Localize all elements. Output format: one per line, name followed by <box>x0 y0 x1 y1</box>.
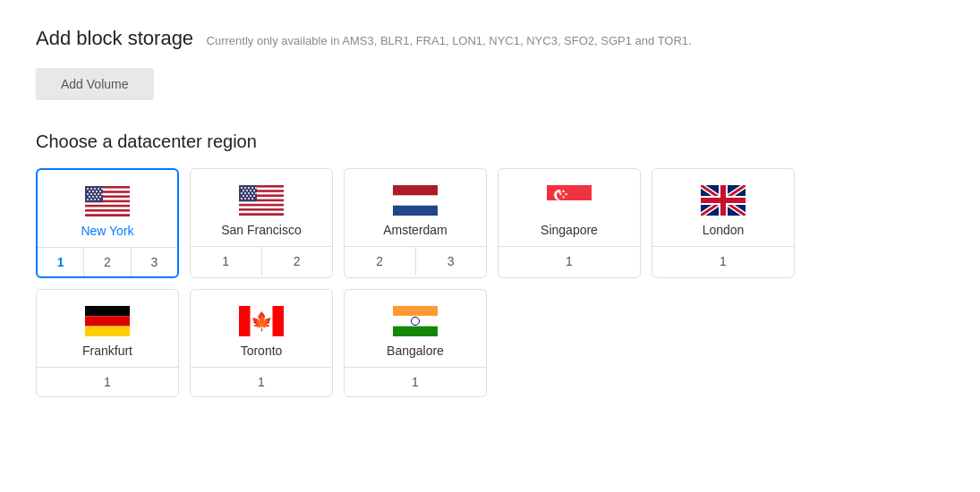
region-name-new-york: New York <box>81 224 133 238</box>
svg-rect-81 <box>393 316 438 326</box>
svg-point-42 <box>255 187 257 189</box>
region-card-san-francisco[interactable]: San Francisco12 <box>190 168 333 278</box>
svg-point-15 <box>96 191 98 192</box>
svg-rect-80 <box>393 306 438 316</box>
svg-point-51 <box>255 192 257 194</box>
svg-point-11 <box>98 188 99 190</box>
flag-nl-icon <box>393 185 438 216</box>
svg-rect-61 <box>393 185 438 195</box>
svg-point-28 <box>94 199 96 200</box>
svg-point-17 <box>87 193 89 195</box>
svg-point-55 <box>253 195 255 197</box>
svg-rect-4 <box>85 202 130 205</box>
region-section-title: Choose a datacenter region <box>36 131 944 152</box>
region-card-london[interactable]: London1 <box>652 168 795 278</box>
svg-point-41 <box>251 187 253 189</box>
add-volume-button[interactable]: Add Volume <box>36 68 154 100</box>
flag-ca-icon: 🍁 <box>239 306 284 336</box>
region-name-san-francisco: San Francisco <box>221 223 301 237</box>
svg-point-8 <box>87 188 89 190</box>
svg-point-25 <box>99 196 101 198</box>
svg-point-18 <box>90 193 92 195</box>
flag-in-icon <box>393 306 438 336</box>
svg-point-22 <box>89 196 90 198</box>
svg-point-50 <box>251 192 253 194</box>
region-num-toronto-1[interactable]: 1 <box>191 368 332 396</box>
region-name-london: London <box>703 223 745 237</box>
svg-point-38 <box>241 187 243 189</box>
region-card-singapore[interactable]: Singapore1 <box>498 168 641 278</box>
svg-rect-35 <box>239 206 284 208</box>
region-card-top-toronto: 🍁 Toronto <box>191 290 332 367</box>
flag-gb-icon <box>701 185 746 216</box>
svg-rect-6 <box>85 212 130 215</box>
region-card-amsterdam[interactable]: Amsterdam23 <box>344 168 487 278</box>
svg-point-9 <box>90 188 92 190</box>
region-num-frankfurt-1[interactable]: 1 <box>37 368 178 396</box>
svg-point-59 <box>251 198 253 199</box>
svg-rect-64 <box>547 200 592 216</box>
region-num-amsterdam-3[interactable]: 3 <box>416 247 487 276</box>
region-numbers-new-york: 123 <box>38 247 177 276</box>
region-card-frankfurt[interactable]: Frankfurt1 <box>36 289 179 397</box>
region-numbers-london: 1 <box>652 246 794 276</box>
page-header: Add block storage Currently only availab… <box>36 27 944 50</box>
svg-point-10 <box>94 188 96 190</box>
region-card-top-new-york: New York <box>38 170 177 247</box>
region-num-new-york-3[interactable]: 3 <box>132 248 177 276</box>
svg-point-23 <box>92 196 94 198</box>
region-card-top-bangalore: Bangalore <box>345 290 486 367</box>
svg-rect-36 <box>239 211 284 214</box>
region-card-new-york[interactable]: New York123 <box>36 168 179 278</box>
svg-point-20 <box>98 193 99 195</box>
region-num-bangalore-1[interactable]: 1 <box>345 368 486 396</box>
svg-point-13 <box>89 191 90 192</box>
region-num-san-francisco-2[interactable]: 2 <box>262 247 333 276</box>
svg-point-43 <box>243 190 244 191</box>
region-name-singapore: Singapore <box>541 223 598 237</box>
svg-point-52 <box>243 195 244 197</box>
region-card-bangalore[interactable]: Bangalore1 <box>344 289 487 397</box>
region-num-new-york-2[interactable]: 2 <box>84 248 131 276</box>
svg-rect-78 <box>273 306 285 336</box>
region-num-san-francisco-1[interactable]: 1 <box>191 247 262 276</box>
region-numbers-frankfurt: 1 <box>37 367 178 396</box>
svg-point-27 <box>90 199 92 200</box>
flag-us-icon <box>239 185 284 216</box>
region-numbers-san-francisco: 12 <box>191 246 332 276</box>
svg-point-40 <box>248 187 250 189</box>
svg-rect-63 <box>547 185 592 200</box>
flag-de-icon <box>85 306 130 336</box>
svg-point-58 <box>248 198 250 199</box>
region-name-bangalore: Bangalore <box>387 344 444 358</box>
svg-point-49 <box>248 192 250 194</box>
region-numbers-bangalore: 1 <box>345 367 486 396</box>
svg-point-19 <box>94 193 96 195</box>
svg-point-48 <box>244 192 246 194</box>
region-card-toronto[interactable]: 🍁 Toronto1 <box>190 289 333 397</box>
region-num-singapore-1[interactable]: 1 <box>499 247 640 276</box>
flag-us-icon <box>85 186 130 216</box>
svg-point-21 <box>101 193 103 195</box>
svg-rect-5 <box>85 207 130 209</box>
svg-point-29 <box>98 199 99 200</box>
svg-point-53 <box>246 195 248 197</box>
svg-point-26 <box>87 199 89 200</box>
region-num-amsterdam-2[interactable]: 2 <box>345 247 416 276</box>
svg-rect-74 <box>85 316 130 326</box>
region-name-frankfurt: Frankfurt <box>82 344 132 358</box>
svg-point-45 <box>250 190 251 191</box>
region-numbers-singapore: 1 <box>499 246 640 276</box>
svg-text:🍁: 🍁 <box>251 310 273 332</box>
region-name-toronto: Toronto <box>241 344 283 358</box>
svg-point-47 <box>241 192 243 194</box>
flag-sg-icon <box>547 185 592 216</box>
region-num-london-1[interactable]: 1 <box>652 247 794 276</box>
svg-point-56 <box>241 198 243 199</box>
svg-point-39 <box>244 187 246 189</box>
region-num-new-york-1[interactable]: 1 <box>38 248 84 276</box>
region-numbers-toronto: 1 <box>191 367 332 396</box>
page-title: Add block storage <box>36 27 193 50</box>
svg-rect-82 <box>393 327 438 336</box>
svg-rect-75 <box>85 327 130 336</box>
